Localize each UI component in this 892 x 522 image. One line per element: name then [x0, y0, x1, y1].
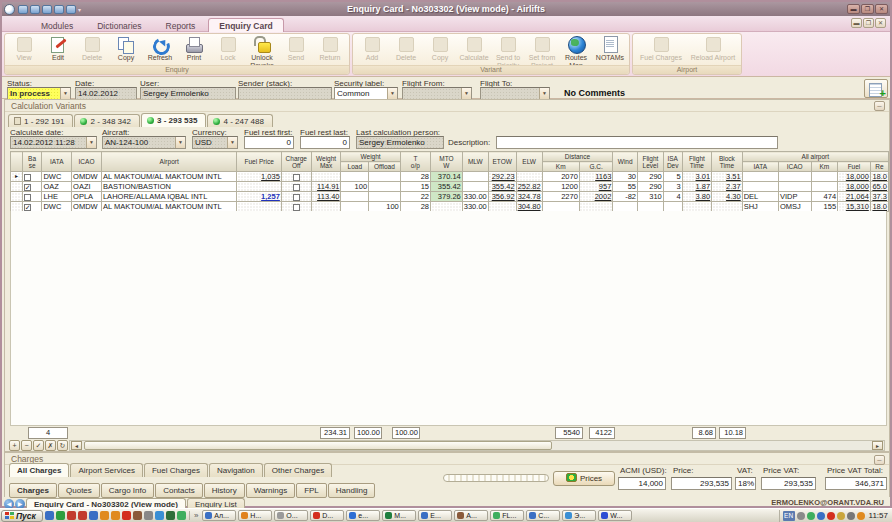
chevron-down-icon[interactable]: ▼ [461, 88, 471, 99]
linked-value[interactable]: 113.40 [317, 192, 339, 201]
charges-tab-fuel-charges[interactable]: Fuel Charges [144, 463, 208, 477]
col-header-t-op[interactable]: T o/p [400, 152, 430, 172]
taskbar-window-button[interactable]: Э... [562, 510, 596, 521]
charges-subtab-fpl[interactable]: FPL [296, 483, 327, 498]
chevron-down-icon[interactable]: ▼ [86, 137, 96, 148]
base-checkbox[interactable] [24, 194, 31, 201]
linked-value[interactable]: 355.42 [492, 182, 515, 191]
col-header-distance-gc[interactable]: G.C. [579, 162, 612, 172]
col-header-block-time[interactable]: Block Time [712, 152, 743, 172]
col-header-ap-km[interactable]: Km [811, 162, 838, 172]
base-checkbox[interactable]: ✓ [24, 184, 31, 191]
toolbar-button-print[interactable]: Print [177, 35, 211, 62]
charges-subtab-warnings[interactable]: Warnings [246, 483, 296, 498]
charges-subtab-handling[interactable]: Handling [328, 483, 376, 498]
charges-tab-all-charges[interactable]: All Charges [9, 463, 69, 477]
quicklaunch-icon[interactable] [144, 511, 153, 520]
taskbar-window-button[interactable]: О... [274, 510, 308, 521]
col-header-offload[interactable]: Offload [369, 162, 401, 172]
linked-value[interactable]: 21,064 [846, 192, 869, 201]
fuel-rest-first-input[interactable]: 0 [244, 136, 294, 149]
col-header-ap-icao[interactable]: ICAO [778, 162, 811, 172]
table-row[interactable]: ▸DWCOMDWAL MAKTOUM/AL MAKTOUM INTL1,0352… [11, 172, 889, 182]
linked-value[interactable]: 1163 [595, 172, 611, 181]
charge-off-checkbox[interactable] [293, 174, 300, 181]
horizontal-scrollbar[interactable]: ◂ ▸ [69, 440, 885, 451]
col-header-elw[interactable]: ELW [516, 152, 542, 172]
charges-tab-airport-services[interactable]: Airport Services [70, 463, 142, 477]
insert-row-button[interactable]: + [9, 440, 20, 451]
charge-off-checkbox[interactable] [293, 204, 300, 211]
tray-icon[interactable] [847, 512, 855, 520]
quicklaunch-icon[interactable] [89, 511, 98, 520]
linked-value[interactable]: 304.80 [518, 202, 541, 211]
charges-scrollbar[interactable] [443, 474, 549, 482]
chevron-down-icon[interactable]: ▼ [387, 88, 397, 99]
col-header-flight-time[interactable]: Flight Time [682, 152, 712, 172]
aircraft-select[interactable]: AN-124-100▼ [102, 136, 186, 149]
menu-tab-modules[interactable]: Modules [30, 18, 84, 33]
cell-charge_off[interactable] [281, 182, 311, 192]
charges-subtab-quotes[interactable]: Quotes [58, 483, 100, 498]
cancel-edit-button[interactable]: ✗ [45, 440, 56, 451]
cell-base[interactable] [22, 172, 42, 182]
variant-tab-2[interactable]: 2 - 348 342 [74, 114, 139, 127]
charges-subtab-cargo-info[interactable]: Cargo Info [101, 483, 154, 498]
calculate-date-select[interactable]: 14.02.2012 11:28▼ [10, 136, 97, 149]
linked-value[interactable]: 324.78 [518, 192, 541, 201]
taskbar-window-button[interactable]: М... [382, 510, 416, 521]
cell-charge_off[interactable] [281, 202, 311, 212]
taskbar-window-button[interactable]: А... [454, 510, 488, 521]
col-header-icao[interactable]: ICAO [72, 152, 102, 172]
col-header-base[interactable]: Ba se [22, 152, 42, 172]
col-header-wind[interactable]: Wind [613, 152, 638, 172]
taskbar-window-button[interactable]: Ал... [202, 510, 236, 521]
linked-value[interactable]: 3.51 [726, 172, 741, 181]
collapse-charges-button[interactable]: ─ [874, 455, 885, 465]
charges-subtab-contacts[interactable]: Contacts [155, 483, 203, 498]
child-minimize-button[interactable]: ▬ [851, 18, 862, 28]
linked-value[interactable]: 18.0 [872, 172, 887, 181]
quicklaunch-icon[interactable] [111, 511, 120, 520]
child-close-button[interactable]: ✕ [875, 18, 886, 28]
tray-icon[interactable] [827, 512, 835, 520]
toolbar-button-refresh[interactable]: Refresh [143, 35, 177, 62]
cell-base[interactable]: ✓ [22, 202, 42, 212]
menu-tab-enquiry-card[interactable]: Enquiry Card [208, 18, 283, 33]
child-restore-button[interactable]: ❐ [863, 18, 874, 28]
tray-icon[interactable] [817, 512, 825, 520]
cell-base[interactable]: ✓ [22, 182, 42, 192]
charges-subtab-history[interactable]: History [204, 483, 245, 498]
col-header-weight-max[interactable]: Weight Max [311, 152, 341, 172]
quicklaunch-icon[interactable] [166, 511, 175, 520]
quicklaunch-icon[interactable] [100, 511, 109, 520]
scroll-right-button[interactable]: ▸ [872, 441, 883, 450]
linked-value[interactable]: 356.92 [492, 192, 515, 201]
col-header-ap-re[interactable]: Re [870, 162, 888, 172]
prices-button[interactable]: Prices [553, 471, 615, 486]
add-comment-button[interactable] [864, 79, 888, 98]
quicklaunch-icon[interactable] [45, 511, 54, 520]
cell-charge_off[interactable] [281, 192, 311, 202]
charges-tab-other-charges[interactable]: Other Charges [264, 463, 332, 477]
tray-icon[interactable] [807, 512, 815, 520]
linked-value[interactable]: 1.87 [696, 182, 711, 191]
taskbar-window-button[interactable]: Е... [418, 510, 452, 521]
minimize-button[interactable]: ▬ [847, 4, 860, 14]
language-indicator[interactable]: EN [783, 511, 795, 521]
base-checkbox[interactable]: ✓ [24, 204, 31, 211]
linked-value[interactable]: 15,310 [846, 202, 869, 211]
quicklaunch-icon[interactable] [155, 511, 164, 520]
table-row[interactable]: ✓DWCOMDWAL MAKTOUM/AL MAKTOUM INTL100283… [11, 202, 889, 212]
overflow-chevron[interactable]: » [192, 511, 200, 520]
scrollbar-thumb[interactable] [84, 441, 552, 450]
tray-icon[interactable] [837, 512, 845, 520]
linked-value[interactable]: 3.80 [696, 192, 711, 201]
charge-off-checkbox[interactable] [293, 194, 300, 201]
col-header-charge-off[interactable]: Charge Off [281, 152, 311, 172]
fuel-rest-last-input[interactable]: 0 [300, 136, 350, 149]
col-header-isa-dev[interactable]: ISA Dev [663, 152, 682, 172]
collapse-panel-button[interactable]: ─ [874, 101, 885, 111]
chevron-down-icon[interactable]: ▼ [539, 88, 549, 99]
toolbar-button-copy[interactable]: Copy [109, 35, 143, 62]
